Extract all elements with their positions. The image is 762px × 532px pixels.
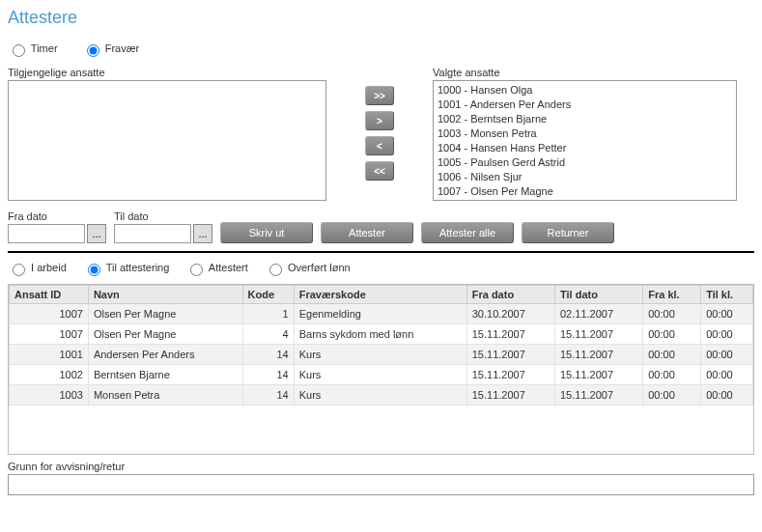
- date-action-row: Fra dato ... Til dato ... Skriv ut Attes…: [8, 210, 754, 243]
- grid-cell: Kurs: [294, 385, 466, 406]
- available-label: Tilgjengelige ansatte: [8, 67, 326, 78]
- grid-cell: 00:00: [701, 345, 753, 365]
- grid-scroll-wrap[interactable]: Ansatt IDNavnKodeFraværskodeFra datoTil …: [8, 284, 754, 455]
- grid-cell: Kurs: [294, 345, 466, 365]
- available-col: Tilgjengelige ansatte: [8, 67, 326, 201]
- mode-timer-label[interactable]: Timer: [8, 42, 61, 54]
- grid-cell: Olsen Per Magne: [88, 324, 242, 345]
- grid-column-header[interactable]: Til kl.: [701, 286, 753, 304]
- from-date-picker-button[interactable]: ...: [87, 224, 106, 243]
- list-item[interactable]: 1001 - Andersen Per Anders: [437, 98, 732, 112]
- grid-cell: 14: [242, 365, 294, 385]
- grid-cell: 1001: [10, 345, 89, 365]
- grid-cell: 1007: [10, 324, 89, 345]
- status-radio-row: I arbeid Til attestering Attestert Overf…: [8, 261, 754, 276]
- employee-lists-row: Tilgjengelige ansatte >> > < << Valgte a…: [8, 67, 754, 201]
- attest-all-button[interactable]: Attester alle: [421, 222, 514, 243]
- list-item[interactable]: 1002 - Berntsen Bjarne: [437, 112, 732, 126]
- table-row[interactable]: 1002Berntsen Bjarne14Kurs15.11.200715.11…: [10, 365, 753, 385]
- list-item[interactable]: 1006 - Nilsen Sjur: [437, 170, 732, 184]
- grid-cell: 15.11.2007: [466, 324, 554, 345]
- grid-cell: 1002: [10, 365, 89, 385]
- status-transferred-radio[interactable]: [269, 264, 282, 276]
- status-transferred-text: Overført lønn: [288, 262, 351, 273]
- to-date-field: Til dato ...: [114, 210, 212, 243]
- grid-cell: 00:00: [701, 324, 753, 345]
- grid-cell: 00:00: [701, 385, 753, 406]
- return-button[interactable]: Returner: [522, 222, 614, 243]
- grid-cell: 4: [242, 324, 294, 345]
- grid-cell: 1003: [10, 385, 89, 406]
- selected-label: Valgte ansatte: [433, 67, 737, 78]
- grid-column-header[interactable]: Fra kl.: [643, 286, 701, 304]
- move-all-left-button[interactable]: <<: [365, 161, 394, 181]
- grid-column-header[interactable]: Navn: [88, 286, 242, 304]
- grid-column-header[interactable]: Ansatt ID: [10, 286, 89, 304]
- to-date-label: Til dato: [114, 210, 212, 222]
- grid-cell: 15.11.2007: [554, 365, 642, 385]
- grid-cell: Monsen Petra: [88, 385, 242, 406]
- grid-cell: 30.10.2007: [466, 304, 554, 324]
- reason-input[interactable]: [8, 474, 754, 495]
- grid-cell: 00:00: [701, 365, 753, 385]
- grid-column-header[interactable]: Til dato: [554, 286, 642, 304]
- table-row[interactable]: 1003Monsen Petra14Kurs15.11.200715.11.20…: [10, 385, 753, 406]
- move-all-right-button[interactable]: >>: [365, 86, 394, 105]
- selected-listbox[interactable]: 1000 - Hansen Olga1001 - Andersen Per An…: [433, 80, 737, 201]
- status-toattest-label[interactable]: Til attestering: [83, 262, 173, 273]
- print-button[interactable]: Skriv ut: [220, 222, 313, 243]
- list-item[interactable]: 1000 - Hansen Olga: [437, 83, 732, 98]
- selected-col: Valgte ansatte 1000 - Hansen Olga1001 - …: [433, 67, 737, 201]
- status-working-label[interactable]: I arbeid: [8, 262, 70, 273]
- status-working-radio[interactable]: [13, 264, 25, 276]
- grid-header-row: Ansatt IDNavnKodeFraværskodeFra datoTil …: [10, 286, 753, 304]
- grid-cell: 00:00: [643, 385, 701, 406]
- grid-column-header[interactable]: Fra dato: [466, 286, 554, 304]
- mode-timer-radio[interactable]: [13, 44, 25, 57]
- to-date-input[interactable]: [114, 224, 191, 243]
- grid-body: 1007Olsen Per Magne1Egenmelding30.10.200…: [10, 304, 753, 406]
- mode-fravaer-label[interactable]: Fravær: [82, 42, 140, 54]
- grid-cell: 15.11.2007: [554, 324, 642, 345]
- from-date-field: Fra dato ...: [8, 210, 106, 243]
- status-toattest-radio[interactable]: [88, 264, 100, 276]
- table-row[interactable]: 1007Olsen Per Magne4Barns sykdom med løn…: [10, 324, 753, 345]
- grid-cell: 15.11.2007: [466, 365, 554, 385]
- grid-cell: 00:00: [643, 304, 701, 324]
- available-listbox[interactable]: [8, 80, 326, 201]
- from-date-input[interactable]: [8, 224, 85, 243]
- grid-empty-space: [9, 406, 753, 454]
- list-item[interactable]: 1007 - Olsen Per Magne: [437, 184, 732, 199]
- status-attested-radio[interactable]: [190, 264, 203, 276]
- list-item[interactable]: 1005 - Paulsen Gerd Astrid: [437, 155, 732, 170]
- absence-grid: Ansatt IDNavnKodeFraværskodeFra datoTil …: [9, 285, 753, 406]
- mode-timer-text: Timer: [31, 42, 58, 54]
- attest-button[interactable]: Attester: [321, 222, 413, 243]
- grid-cell: 00:00: [643, 365, 701, 385]
- table-row[interactable]: 1007Olsen Per Magne1Egenmelding30.10.200…: [10, 304, 753, 324]
- grid-cell: 02.11.2007: [554, 304, 642, 324]
- grid-cell: 1: [242, 304, 294, 324]
- grid-column-header[interactable]: Fraværskode: [294, 286, 466, 304]
- to-date-picker-button[interactable]: ...: [193, 224, 212, 243]
- status-attested-label[interactable]: Attestert: [185, 262, 250, 273]
- reason-label: Grunn for avvisning/retur: [8, 461, 754, 472]
- move-one-right-button[interactable]: >: [365, 111, 394, 130]
- grid-cell: 15.11.2007: [466, 385, 554, 406]
- grid-cell: Egenmelding: [294, 304, 466, 324]
- grid-column-header[interactable]: Kode: [242, 286, 294, 304]
- grid-cell: Kurs: [294, 365, 466, 385]
- mode-fravaer-radio[interactable]: [87, 44, 99, 57]
- grid-cell: 15.11.2007: [554, 385, 642, 406]
- move-one-left-button[interactable]: <: [365, 136, 394, 155]
- list-item[interactable]: 1003 - Monsen Petra: [437, 126, 732, 141]
- grid-cell: Andersen Per Anders: [88, 345, 242, 365]
- from-date-label: Fra dato: [8, 210, 106, 222]
- list-item[interactable]: 1004 - Hansen Hans Petter: [437, 141, 732, 155]
- move-buttons: >> > < <<: [365, 86, 394, 181]
- grid-cell: 00:00: [701, 304, 753, 324]
- table-row[interactable]: 1001Andersen Per Anders14Kurs15.11.20071…: [10, 345, 753, 365]
- status-transferred-label[interactable]: Overført lønn: [265, 262, 351, 273]
- separator: [8, 251, 754, 253]
- page-title: Attestere: [8, 8, 754, 28]
